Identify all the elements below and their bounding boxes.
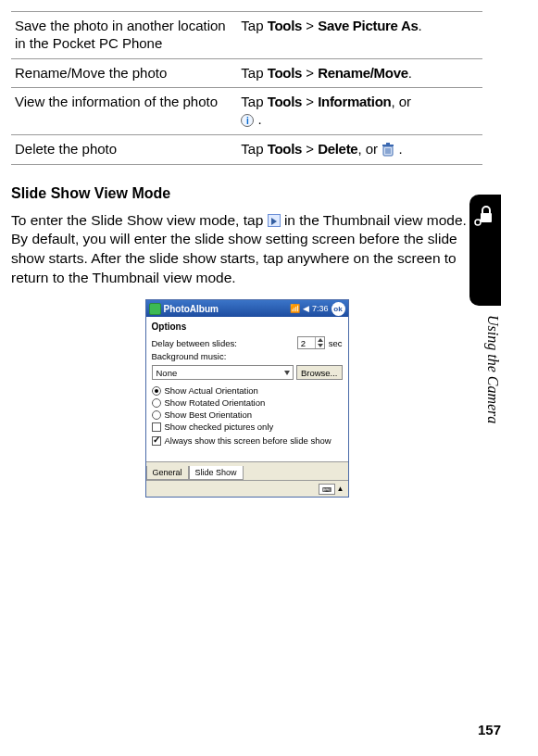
menu-name: Tools [268, 65, 302, 81]
text: Tap [241, 141, 267, 157]
task-cell: Rename/Move the photo [11, 58, 237, 88]
pda-body: Options Delay between slides: 2 sec Back… [146, 317, 348, 461]
pda-titlebar: PhotoAlbum 📶 ◀ 7:36 ok [146, 300, 348, 317]
delay-row: Delay between slides: 2 sec [152, 336, 343, 349]
text: > [302, 18, 318, 33]
sys-tray: 📶 ◀ 7:36 [290, 304, 329, 313]
lock-key-icon [472, 202, 498, 228]
page-number: 157 [478, 722, 501, 737]
thumb-tab [469, 195, 501, 306]
command-name: Information [318, 94, 391, 109]
svg-rect-2 [386, 143, 390, 145]
action-cell: Tap Tools > Delete, or . [237, 134, 482, 164]
radio-label: Show Rotated Orientation [165, 397, 266, 408]
table-row: View the information of the photo Tap To… [11, 88, 482, 135]
radio-option[interactable]: Show Rotated Orientation [152, 397, 343, 408]
check-option[interactable]: Show checked pictures only [152, 422, 343, 432]
pda-screenshot: PhotoAlbum 📶 ◀ 7:36 ok Options Delay bet… [145, 299, 349, 498]
browse-button[interactable]: Browse... [296, 365, 343, 380]
radio-option[interactable]: Show Actual Orientation [152, 385, 343, 396]
text: Tap [241, 65, 267, 81]
options-heading: Options [152, 321, 343, 332]
action-cell: Tap Tools > Save Picture As. [237, 12, 482, 59]
radio-icon[interactable] [152, 410, 161, 420]
text: > [302, 94, 318, 109]
app-title: PhotoAlbum [164, 304, 287, 314]
sip-arrow-icon[interactable]: ▲ [337, 485, 344, 493]
task-cell: View the information of the photo [11, 88, 237, 135]
table-row: Save the photo in another location in th… [11, 12, 482, 59]
check-label: Always show this screen before slide sho… [165, 435, 332, 446]
command-name: Rename/Move [318, 65, 408, 81]
delay-unit: sec [329, 338, 343, 348]
command-name: Delete [318, 141, 357, 157]
text: , or [391, 94, 411, 109]
check-option[interactable]: Always show this screen before slide sho… [152, 435, 343, 446]
checkbox-icon[interactable] [152, 422, 161, 432]
delay-value: 2 [298, 338, 308, 348]
task-action-table: Save the photo in another location in th… [11, 11, 482, 165]
tab-slideshow[interactable]: Slide Show [189, 466, 244, 480]
radio-label: Show Best Orientation [165, 410, 253, 420]
signal-icon: 📶 [290, 304, 300, 313]
radio-icon[interactable] [152, 398, 161, 408]
sip-bar: ⌨ ▲ [146, 480, 348, 497]
radio-icon[interactable] [152, 386, 161, 396]
text: . [408, 65, 412, 81]
keyboard-icon[interactable]: ⌨ [319, 484, 335, 495]
tab-general[interactable]: General [146, 466, 189, 480]
text: Tap [241, 18, 267, 33]
bgmusic-row: Background music: [152, 351, 343, 361]
action-cell: Tap Tools > Rename/Move. [237, 58, 482, 88]
clock: 7:36 [312, 304, 329, 313]
task-cell: Delete the photo [11, 134, 237, 164]
menu-name: Tools [268, 141, 302, 157]
tab-bar: General Slide Show [146, 461, 348, 480]
text: . [419, 18, 422, 33]
section-heading: Slide Show View Mode [11, 185, 482, 202]
slideshow-icon [268, 214, 281, 227]
svg-rect-1 [382, 145, 394, 146]
delay-spinner[interactable]: 2 [297, 336, 325, 349]
command-name: Save Picture As [318, 18, 418, 33]
body-paragraph: To enter the Slide Show view mode, tap i… [11, 211, 482, 289]
check-label: Show checked pictures only [165, 422, 274, 432]
radio-option[interactable]: Show Best Orientation [152, 410, 343, 420]
start-flag-icon[interactable] [149, 303, 161, 315]
text: , or [357, 141, 382, 157]
speaker-icon: ◀ [303, 304, 309, 313]
text: Tap [241, 94, 267, 109]
table-row: Delete the photo Tap Tools > Delete, or … [11, 134, 482, 164]
bgmusic-label: Background music: [152, 351, 227, 361]
menu-name: Tools [268, 18, 302, 33]
task-cell: Save the photo in another location in th… [11, 12, 237, 59]
action-cell: Tap Tools > Information, or i . [237, 88, 482, 135]
delay-label: Delay between slides: [152, 338, 237, 348]
table-row: Rename/Move the photo Tap Tools > Rename… [11, 58, 482, 88]
menu-name: Tools [268, 94, 302, 109]
side-chapter-label: Using the Camera [479, 315, 501, 500]
ok-button[interactable]: ok [332, 302, 345, 316]
text: > [302, 65, 318, 81]
trash-icon [382, 143, 394, 158]
bgmusic-select[interactable]: None [152, 365, 294, 380]
text: > [302, 141, 318, 157]
radio-label: Show Actual Orientation [165, 385, 258, 396]
checkbox-icon[interactable] [152, 436, 161, 446]
info-icon: i [241, 114, 254, 127]
text: To enter the Slide Show view mode, tap [11, 212, 268, 228]
spin-arrows-icon[interactable] [315, 337, 324, 348]
